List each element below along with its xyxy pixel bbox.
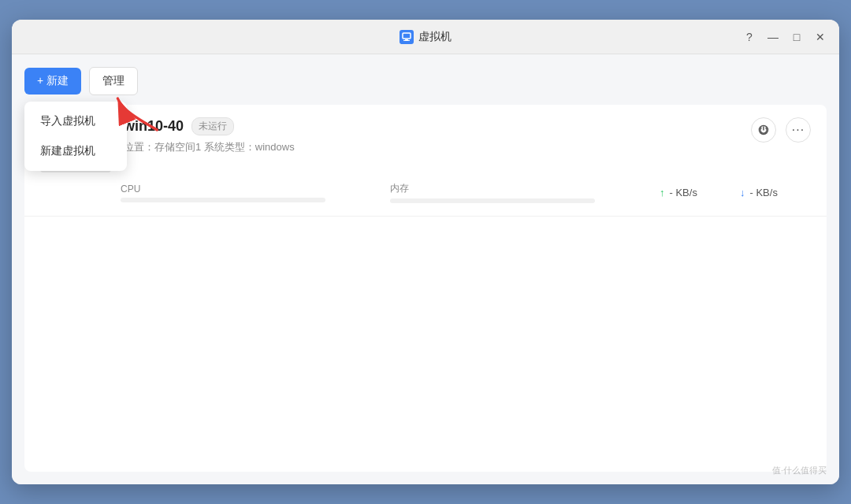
new-button[interactable]: + 新建 — [24, 68, 81, 94]
net-down-stat: ↓ - KB/s — [740, 187, 811, 198]
toolbar: + 新建 管理 导入虚拟机 新建虚拟机 — [24, 67, 827, 95]
net-up-value: - KB/s — [670, 187, 697, 198]
window-title: 虚拟机 — [399, 30, 452, 44]
dropdown-item-import[interactable]: 导入虚拟机 — [24, 106, 127, 136]
vm-list: win10-40 未运行 位置：存储空间1 系统类型：windows — [24, 105, 827, 472]
svg-rect-0 — [403, 33, 411, 39]
vm-power-button[interactable] — [751, 117, 776, 143]
window-controls: ? — □ ✕ — [743, 31, 827, 43]
vm-info: win10-40 未运行 位置：存储空间1 系统类型：windows — [124, 117, 738, 154]
vm-stats: CPU 内存 ↑ - KB/s — [121, 182, 811, 203]
app-icon — [399, 30, 414, 44]
memory-bar — [390, 198, 595, 203]
memory-stat: 内存 — [390, 182, 650, 203]
dropdown-menu: 导入虚拟机 新建虚拟机 — [24, 102, 127, 171]
vm-name-row: win10-40 未运行 — [124, 117, 738, 135]
vm-name: win10-40 — [124, 118, 184, 135]
vm-status-badge: 未运行 — [191, 117, 234, 135]
cpu-label: CPU — [121, 183, 381, 195]
vm-more-button[interactable]: ··· — [786, 117, 811, 143]
help-button[interactable]: ? — [743, 31, 756, 43]
net-up-icon: ↑ — [660, 187, 665, 198]
watermark: 值·什么值得买 — [772, 465, 827, 476]
content-area: + 新建 管理 导入虚拟机 新建虚拟机 — [12, 54, 839, 484]
close-button[interactable]: ✕ — [814, 31, 827, 43]
maximize-button[interactable]: □ — [790, 31, 803, 43]
cpu-stat: CPU — [121, 183, 381, 202]
memory-label: 内存 — [390, 182, 650, 195]
manage-button[interactable]: 管理 — [89, 67, 138, 95]
cpu-bar — [121, 198, 325, 202]
main-window: 虚拟机 ? — □ ✕ + 新建 管理 导入虚拟机 新建虚拟机 — [12, 20, 839, 484]
vm-item: win10-40 未运行 位置：存储空间1 系统类型：windows — [24, 105, 827, 217]
net-down-icon: ↓ — [740, 187, 745, 198]
net-up-stat: ↑ - KB/s — [660, 187, 730, 198]
titlebar: 虚拟机 ? — □ ✕ — [12, 20, 839, 54]
vm-details: 位置：存储空间1 系统类型：windows — [124, 140, 738, 154]
minimize-button[interactable]: — — [767, 31, 779, 43]
vm-actions: ··· — [751, 117, 811, 143]
net-down-value: - KB/s — [750, 187, 778, 198]
dropdown-item-create[interactable]: 新建虚拟机 — [24, 136, 127, 166]
